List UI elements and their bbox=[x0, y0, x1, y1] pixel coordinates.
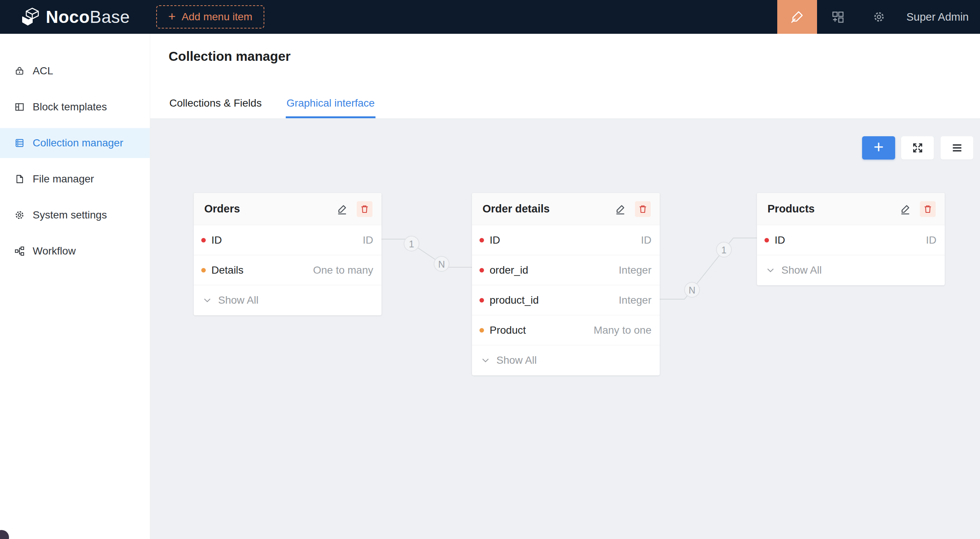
sidebar-item-label: System settings bbox=[33, 209, 107, 221]
nocobase-logo-icon bbox=[19, 6, 41, 27]
sidebar-item-label: ACL bbox=[33, 65, 53, 77]
field-name: order_id bbox=[490, 264, 528, 276]
add-menu-item-label: Add menu item bbox=[182, 11, 252, 23]
logo-text-noco: Noco bbox=[46, 7, 90, 27]
collection-icon bbox=[14, 138, 25, 148]
sidebar-item-label: Workflow bbox=[33, 245, 76, 257]
add-collection-button[interactable]: + bbox=[862, 136, 895, 159]
delete-collection-button[interactable] bbox=[357, 201, 372, 217]
field-name: product_id bbox=[490, 294, 539, 306]
tab-graphical-interface[interactable]: Graphical interface bbox=[286, 97, 375, 118]
tab-collections-fields[interactable]: Collections & Fields bbox=[169, 97, 262, 118]
chevron-down-icon bbox=[481, 356, 490, 365]
entity-title: Products bbox=[767, 203, 815, 215]
field-row: order_id Integer bbox=[472, 255, 660, 285]
field-type: One to many bbox=[313, 264, 373, 276]
edit-collection-button[interactable] bbox=[336, 203, 348, 215]
field-kind-dot bbox=[201, 268, 206, 272]
plus-icon: + bbox=[168, 10, 176, 22]
sidebar: ACL Block templates Collection manager bbox=[0, 34, 150, 539]
field-kind-dot bbox=[201, 238, 206, 242]
highlighter-icon bbox=[790, 10, 804, 24]
entity-header: Orders bbox=[194, 193, 382, 225]
edit-pencil-icon bbox=[614, 203, 626, 215]
fullscreen-icon bbox=[911, 142, 924, 154]
field-name: ID bbox=[775, 234, 785, 246]
sidebar-item-label: File manager bbox=[33, 173, 94, 185]
edit-collection-button[interactable] bbox=[899, 203, 912, 215]
workflow-icon bbox=[14, 246, 25, 256]
add-menu-item-button[interactable]: + Add menu item bbox=[156, 5, 264, 29]
menu-icon bbox=[951, 142, 964, 154]
plus-icon: + bbox=[874, 138, 884, 156]
field-kind-dot bbox=[479, 328, 484, 332]
show-all-toggle[interactable]: Show All bbox=[757, 255, 945, 285]
show-all-label: Show All bbox=[781, 264, 821, 276]
entity-title: Orders bbox=[204, 203, 240, 215]
chevron-down-icon bbox=[766, 266, 775, 275]
field-row: Product Many to one bbox=[472, 315, 660, 345]
field-type: ID bbox=[641, 234, 651, 246]
edit-collection-button[interactable] bbox=[614, 203, 627, 215]
show-all-label: Show All bbox=[496, 355, 536, 366]
entity-header: Order details bbox=[472, 193, 660, 225]
sidebar-item-label: Collection manager bbox=[33, 137, 123, 149]
field-row: ID ID bbox=[757, 225, 945, 255]
entity-card-order-details[interactable]: Order details ID ID bbox=[472, 193, 660, 375]
gear-icon bbox=[14, 210, 25, 220]
show-all-label: Show All bbox=[218, 294, 258, 306]
field-kind-dot bbox=[764, 238, 769, 242]
trash-icon bbox=[360, 204, 370, 214]
page-head: Collection manager Collections & Fields … bbox=[151, 34, 980, 118]
file-icon bbox=[14, 174, 25, 184]
trash-icon bbox=[638, 204, 648, 214]
settings-button[interactable] bbox=[858, 0, 900, 34]
field-row: ID ID bbox=[472, 225, 660, 255]
entity-title: Order details bbox=[482, 203, 550, 215]
plugin-manager-icon bbox=[831, 11, 844, 23]
sidebar-item-label: Block templates bbox=[33, 101, 107, 113]
user-menu[interactable]: Super Admin bbox=[907, 11, 969, 23]
show-all-toggle[interactable]: Show All bbox=[194, 285, 382, 315]
field-kind-dot bbox=[479, 238, 484, 242]
entity-card-products[interactable]: Products ID ID bbox=[757, 193, 945, 285]
sidebar-item-system-settings[interactable]: System settings bbox=[0, 200, 150, 230]
field-name: Product bbox=[490, 324, 526, 336]
field-type: ID bbox=[363, 234, 373, 246]
diagram-menu-button[interactable] bbox=[940, 136, 973, 159]
ui-editor-button[interactable] bbox=[777, 0, 817, 34]
field-type: Integer bbox=[619, 264, 651, 276]
field-row: product_id Integer bbox=[472, 285, 660, 315]
chevron-down-icon bbox=[203, 296, 212, 305]
entity-card-orders[interactable]: Orders ID ID D bbox=[194, 193, 382, 315]
field-name: ID bbox=[490, 234, 500, 246]
edit-pencil-icon bbox=[899, 203, 911, 215]
field-type: Integer bbox=[619, 294, 651, 306]
delete-collection-button[interactable] bbox=[920, 201, 936, 217]
fullscreen-button[interactable] bbox=[901, 136, 934, 159]
delete-collection-button[interactable] bbox=[635, 201, 651, 217]
plugin-manager-button[interactable] bbox=[817, 0, 858, 34]
entity-header: Products bbox=[757, 193, 945, 225]
app-header: NocoBase + Add menu item bbox=[0, 0, 980, 34]
nocobase-logo: NocoBase bbox=[19, 6, 130, 27]
field-row: ID ID bbox=[194, 225, 382, 255]
field-type: Many to one bbox=[593, 324, 651, 336]
field-type: ID bbox=[926, 234, 937, 246]
edit-pencil-icon bbox=[336, 203, 348, 215]
field-name: Details bbox=[212, 264, 244, 276]
tab-bar: Collections & Fields Graphical interface bbox=[169, 97, 375, 118]
settings-gear-icon bbox=[873, 11, 885, 23]
field-row: Details One to many bbox=[194, 255, 382, 285]
show-all-toggle[interactable]: Show All bbox=[472, 345, 660, 375]
sidebar-item-file-manager[interactable]: File manager bbox=[0, 164, 150, 194]
sidebar-item-collection-manager[interactable]: Collection manager bbox=[0, 128, 150, 158]
field-name: ID bbox=[212, 234, 222, 246]
field-kind-dot bbox=[479, 268, 484, 272]
field-kind-dot bbox=[479, 298, 484, 302]
sidebar-item-block-templates[interactable]: Block templates bbox=[0, 92, 150, 122]
lock-icon bbox=[14, 66, 25, 76]
sidebar-item-workflow[interactable]: Workflow bbox=[0, 236, 150, 266]
sidebar-item-acl[interactable]: ACL bbox=[0, 56, 150, 86]
trash-icon bbox=[923, 204, 933, 214]
